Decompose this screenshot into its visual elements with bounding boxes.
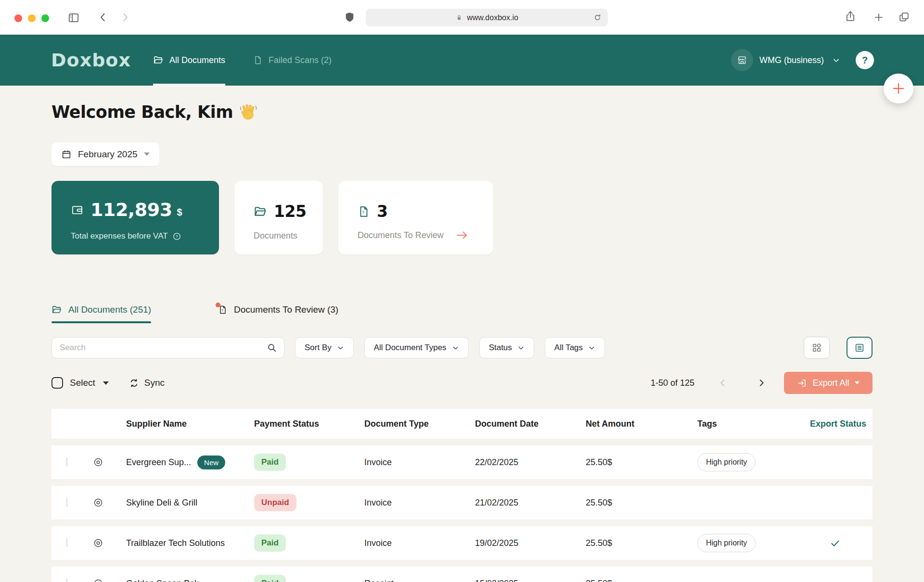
workspace-name: WMG (business) [759, 55, 824, 65]
payment-status-pill: Paid [254, 454, 286, 471]
supplier-name: Evergreen Sup... [126, 457, 191, 468]
preview-icon[interactable] [92, 578, 104, 582]
sort-by-dropdown[interactable]: Sort By [295, 337, 354, 358]
tab-all-documents[interactable]: All Documents (251) [51, 296, 151, 323]
column-tags: Tags [697, 419, 780, 429]
waving-hand-icon [239, 102, 258, 122]
dropdown-label: Sort By [305, 343, 332, 353]
tab-documents-to-review[interactable]: ? Documents To Review (3) [218, 296, 338, 323]
document-type: Invoice [364, 457, 475, 468]
new-badge: New [197, 455, 225, 469]
payment-status-pill: Paid [254, 575, 286, 582]
row-checkbox[interactable] [66, 538, 67, 547]
nav-all-documents[interactable]: All Documents [153, 35, 225, 86]
main-nav: All Documents Failed Scans (2) [153, 35, 332, 86]
export-label: Export All [812, 378, 849, 388]
select-all-checkbox[interactable] [51, 377, 63, 389]
nav-failed-scans[interactable]: Failed Scans (2) [253, 35, 332, 86]
total-expenses-value: 112,893 [90, 199, 172, 220]
export-all-button[interactable]: Export All [784, 372, 873, 394]
failed-doc-icon [253, 55, 263, 65]
document-tabs: All Documents (251) ? Documents To Revie… [0, 296, 924, 323]
row-checkbox[interactable] [66, 579, 67, 582]
table-row[interactable]: Trailblazer Tech Solutions Paid Invoice … [51, 526, 873, 560]
caret-down-icon [144, 152, 150, 156]
grid-view-button[interactable] [804, 337, 830, 359]
preview-icon[interactable] [92, 537, 104, 549]
column-net-amount: Net Amount [586, 419, 697, 429]
document-type: Invoice [364, 538, 475, 548]
info-question-icon[interactable]: ? [172, 232, 181, 241]
nav-label: All Documents [169, 55, 225, 65]
select-dropdown[interactable]: Select [51, 377, 109, 389]
next-page-icon[interactable] [756, 378, 767, 388]
close-window-button[interactable] [14, 14, 22, 22]
browser-chrome: www.doxbox.io [0, 0, 924, 35]
doxbox-app: www.doxbox.io Doxbox All Documents [0, 0, 924, 582]
zoom-window-button[interactable] [41, 14, 49, 22]
tab-label: All Documents (251) [68, 304, 151, 315]
doxbox-logo[interactable]: Doxbox [51, 50, 131, 71]
documents-count-card: 125 Documents [234, 181, 323, 254]
export-icon [797, 378, 807, 388]
supplier-name: Golden Spoon Bak... [126, 579, 206, 582]
sidebar-toggle-icon[interactable] [67, 12, 80, 24]
notification-dot [216, 303, 220, 307]
column-document-date: Document Date [475, 419, 586, 429]
nav-label: Failed Scans (2) [269, 55, 332, 65]
svg-text:?: ? [221, 309, 223, 313]
workspace-selector[interactable]: WMG (business) [731, 35, 840, 86]
search-field [51, 337, 284, 358]
document-date: 19/02/2025 [475, 538, 586, 548]
currency-symbol: $ [177, 207, 182, 220]
minimize-window-button[interactable] [28, 14, 36, 22]
table-row[interactable]: Golden Spoon Bak... Paid Receipt 15/02/2… [51, 567, 873, 582]
column-document-type: Document Type [364, 419, 475, 429]
row-checkbox[interactable] [66, 498, 67, 507]
dropdown-label: All Document Types [374, 343, 447, 353]
new-tab-icon[interactable] [873, 12, 885, 23]
app-header: Doxbox All Documents Failed Scans (2) WM… [0, 35, 924, 86]
dropdown-label: Status [489, 343, 512, 353]
arrow-right-icon[interactable] [455, 229, 469, 241]
list-view-icon [854, 342, 865, 353]
refresh-icon[interactable] [593, 13, 602, 22]
lock-icon [455, 14, 463, 22]
search-input[interactable] [51, 337, 284, 358]
privacy-shield-icon[interactable] [344, 11, 356, 23]
status-dropdown[interactable]: Status [479, 337, 534, 358]
table-row[interactable]: Skyline Deli & Grill Unpaid Invoice 21/0… [51, 486, 873, 519]
payment-status-pill: Paid [254, 534, 286, 552]
list-view-button[interactable] [847, 337, 873, 359]
pagination-info: 1-50 of 125 [651, 378, 694, 388]
share-icon[interactable] [844, 10, 857, 23]
document-types-dropdown[interactable]: All Document Types [364, 337, 469, 358]
preview-icon[interactable] [92, 456, 104, 468]
prev-page-icon[interactable] [718, 378, 728, 388]
supplier-name: Skyline Deli & Grill [126, 498, 197, 508]
tab-overview-icon[interactable] [898, 11, 910, 23]
month-selector[interactable]: February 2025 [51, 142, 159, 166]
welcome-header: Welcome Back, Kim [51, 102, 258, 122]
add-document-fab[interactable] [884, 74, 913, 103]
forward-icon[interactable] [119, 12, 131, 23]
net-amount: 25.50$ [586, 538, 697, 548]
chevron-down-icon [588, 344, 595, 352]
tags-dropdown[interactable]: All Tags [545, 337, 605, 358]
total-expenses-card: 112,893 $ Total expenses before VAT ? [51, 181, 219, 254]
exported-check-icon [830, 538, 873, 549]
address-bar[interactable]: www.doxbox.io [366, 9, 608, 26]
help-button[interactable]: ? [856, 51, 874, 69]
preview-icon[interactable] [92, 497, 104, 508]
back-icon[interactable] [97, 12, 109, 23]
sync-button[interactable]: Sync [129, 378, 165, 388]
chevron-down-icon [832, 56, 840, 64]
sync-icon [129, 378, 139, 388]
document-date: 21/02/2025 [475, 498, 586, 508]
doc-question-icon: ? [218, 304, 228, 315]
table-toolbar: Select Sync 1-50 of 125 Export All [51, 372, 873, 394]
table-row[interactable]: Evergreen Sup... New Paid Invoice 22/02/… [51, 445, 873, 479]
documents-to-review-card[interactable]: ? 3 Documents To Review [338, 181, 493, 254]
folder-open-icon [51, 304, 62, 315]
row-checkbox[interactable] [66, 457, 67, 467]
